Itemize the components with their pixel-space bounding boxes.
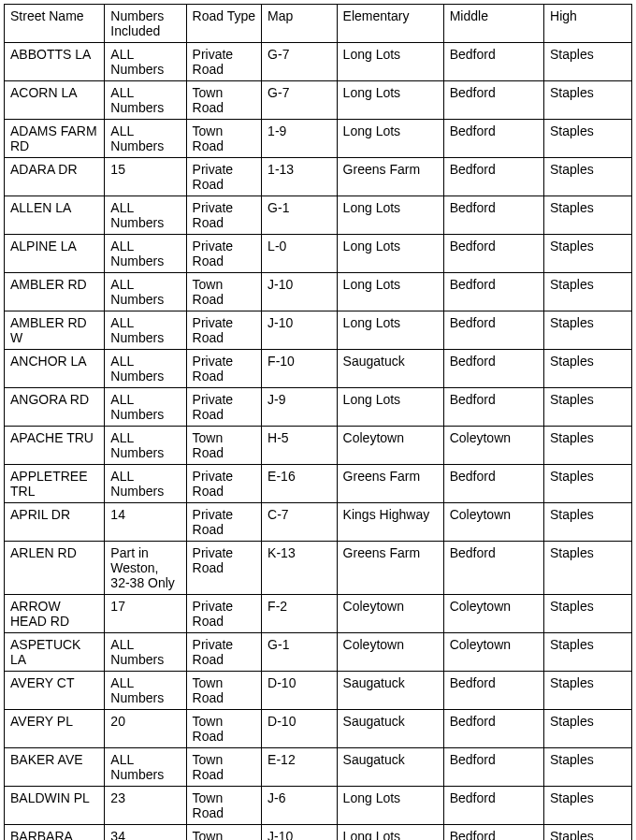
table-cell: AMBLER RD bbox=[5, 273, 105, 311]
table-cell: Private Road bbox=[186, 542, 262, 595]
table-row: BALDWIN PL23Town RoadJ-6Long LotsBedford… bbox=[5, 787, 632, 825]
table-cell: Bedford bbox=[443, 388, 543, 427]
table-cell: ASPETUCK LA bbox=[5, 633, 105, 672]
table-cell: Town Road bbox=[186, 427, 262, 465]
table-cell: Private Road bbox=[186, 311, 262, 350]
table-cell: Coleytown bbox=[337, 595, 443, 633]
table-cell: Coleytown bbox=[443, 595, 543, 633]
table-cell: F-10 bbox=[262, 350, 338, 388]
table-cell: Bedford bbox=[443, 748, 543, 787]
table-cell: ALL Numbers bbox=[105, 350, 186, 388]
table-cell: Staples bbox=[544, 388, 632, 427]
table-cell: 15 bbox=[105, 158, 186, 196]
table-cell: ALL Numbers bbox=[105, 311, 186, 350]
table-cell: ARROW HEAD RD bbox=[5, 595, 105, 633]
header-street-name: Street Name bbox=[5, 5, 105, 43]
table-cell: Bedford bbox=[443, 311, 543, 350]
table-cell: AMBLER RD W bbox=[5, 311, 105, 350]
table-cell: Private Road bbox=[186, 235, 262, 273]
table-row: APPLETREE TRLALL NumbersPrivate RoadE-16… bbox=[5, 465, 632, 503]
street-schools-table: Street Name Numbers Included Road Type M… bbox=[4, 4, 632, 840]
table-cell: Private Road bbox=[186, 388, 262, 427]
table-row: ABBOTTS LAALL NumbersPrivate RoadG-7Long… bbox=[5, 43, 632, 81]
table-row: APACHE TRUALL NumbersTown RoadH-5Coleyto… bbox=[5, 427, 632, 465]
table-cell: G-1 bbox=[262, 633, 338, 672]
table-cell: Part in Weston, 32-38 Only bbox=[105, 542, 186, 595]
table-cell: APPLETREE TRL bbox=[5, 465, 105, 503]
table-row: ANGORA RDALL NumbersPrivate RoadJ-9Long … bbox=[5, 388, 632, 427]
table-row: ADARA DR15Private Road1-13Greens FarmBed… bbox=[5, 158, 632, 196]
table-cell: ALL Numbers bbox=[105, 388, 186, 427]
table-body: ABBOTTS LAALL NumbersPrivate RoadG-7Long… bbox=[5, 43, 632, 841]
table-cell: Long Lots bbox=[337, 196, 443, 235]
table-row: ASPETUCK LAALL NumbersPrivate RoadG-1Col… bbox=[5, 633, 632, 672]
table-row: ADAMS FARM RDALL NumbersTown Road1-9Long… bbox=[5, 120, 632, 158]
table-cell: Saugatuck bbox=[337, 710, 443, 748]
table-cell: AVERY CT bbox=[5, 672, 105, 710]
table-cell: Bedford bbox=[443, 787, 543, 825]
table-cell: Private Road bbox=[186, 633, 262, 672]
table-cell: Private Road bbox=[186, 350, 262, 388]
table-cell: Long Lots bbox=[337, 81, 443, 120]
table-cell: Greens Farm bbox=[337, 158, 443, 196]
table-cell: Private Road bbox=[186, 43, 262, 81]
table-cell: J-10 bbox=[262, 825, 338, 841]
table-cell: Staples bbox=[544, 273, 632, 311]
table-cell: E-12 bbox=[262, 748, 338, 787]
table-cell: Town bbox=[186, 825, 262, 841]
table-cell: Coleytown bbox=[337, 427, 443, 465]
table-cell: Bedford bbox=[443, 350, 543, 388]
table-cell: C-7 bbox=[262, 503, 338, 542]
table-cell: Kings Highway bbox=[337, 503, 443, 542]
table-cell: Long Lots bbox=[337, 388, 443, 427]
table-row: AMBLER RD WALL NumbersPrivate RoadJ-10Lo… bbox=[5, 311, 632, 350]
table-cell: ALLEN LA bbox=[5, 196, 105, 235]
table-row: APRIL DR14Private RoadC-7Kings HighwayCo… bbox=[5, 503, 632, 542]
table-cell: F-2 bbox=[262, 595, 338, 633]
table-cell: Staples bbox=[544, 672, 632, 710]
table-cell: Staples bbox=[544, 825, 632, 841]
table-cell: ARLEN RD bbox=[5, 542, 105, 595]
table-cell: H-5 bbox=[262, 427, 338, 465]
table-cell: D-10 bbox=[262, 672, 338, 710]
table-cell: Bedford bbox=[443, 542, 543, 595]
table-cell: Bedford bbox=[443, 158, 543, 196]
table-cell: Staples bbox=[544, 235, 632, 273]
table-cell: Town Road bbox=[186, 787, 262, 825]
table-cell: Long Lots bbox=[337, 787, 443, 825]
table-cell: BAKER AVE bbox=[5, 748, 105, 787]
table-cell: 1-9 bbox=[262, 120, 338, 158]
table-cell: ABBOTTS LA bbox=[5, 43, 105, 81]
table-cell: Staples bbox=[544, 427, 632, 465]
table-cell: ALL Numbers bbox=[105, 672, 186, 710]
table-cell: 1-13 bbox=[262, 158, 338, 196]
header-road-type: Road Type bbox=[186, 5, 262, 43]
table-cell: J-9 bbox=[262, 388, 338, 427]
table-cell: Bedford bbox=[443, 120, 543, 158]
table-cell: ALPINE LA bbox=[5, 235, 105, 273]
table-cell: Staples bbox=[544, 43, 632, 81]
header-middle: Middle bbox=[443, 5, 543, 43]
table-cell: Staples bbox=[544, 748, 632, 787]
table-cell: Staples bbox=[544, 158, 632, 196]
table-cell: K-13 bbox=[262, 542, 338, 595]
table-cell: AVERY PL bbox=[5, 710, 105, 748]
table-cell: Long Lots bbox=[337, 120, 443, 158]
table-row: ALLEN LAALL NumbersPrivate RoadG-1Long L… bbox=[5, 196, 632, 235]
table-cell: E-16 bbox=[262, 465, 338, 503]
table-cell: Bedford bbox=[443, 465, 543, 503]
table-cell: 20 bbox=[105, 710, 186, 748]
table-cell: 14 bbox=[105, 503, 186, 542]
table-cell: Staples bbox=[544, 542, 632, 595]
table-cell: Greens Farm bbox=[337, 465, 443, 503]
header-elementary: Elementary bbox=[337, 5, 443, 43]
table-row: ANCHOR LAALL NumbersPrivate RoadF-10Saug… bbox=[5, 350, 632, 388]
table-row: ALPINE LAALL NumbersPrivate RoadL-0Long … bbox=[5, 235, 632, 273]
table-cell: ALL Numbers bbox=[105, 81, 186, 120]
table-cell: Greens Farm bbox=[337, 542, 443, 595]
table-cell: G-7 bbox=[262, 81, 338, 120]
table-cell: Coleytown bbox=[443, 503, 543, 542]
table-cell: 34 bbox=[105, 825, 186, 841]
table-cell: Bedford bbox=[443, 235, 543, 273]
table-cell: Staples bbox=[544, 787, 632, 825]
